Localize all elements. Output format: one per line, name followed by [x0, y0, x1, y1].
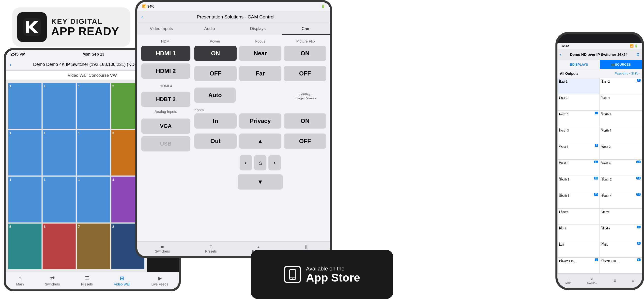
output-cell-17[interactable]: 17 Ladie's [558, 208, 600, 225]
bottom-nav-switchers[interactable]: ⇄ Switchers [45, 275, 60, 286]
tab-cam[interactable]: Cam [282, 23, 330, 35]
bottom-nav-livefeeds[interactable]: ▶ Live Feeds [151, 275, 168, 286]
app-store-badge[interactable]: Available on the App Store [251, 250, 393, 299]
vw-cell-6[interactable]: 1 [42, 130, 76, 176]
output-cell-14[interactable]: 14 14 South 2 [600, 176, 642, 192]
t2-nav-presets[interactable]: ☰ Presets [205, 245, 217, 253]
output-cell-9[interactable]: 9 9 West 3 [558, 143, 600, 159]
tab-displays[interactable]: 🖥 DISPLAYS [558, 60, 600, 69]
vw-cell-11[interactable]: 1 [77, 176, 110, 222]
cell-badge: 9 [595, 144, 598, 147]
dpad-down-button[interactable]: ▼ [238, 174, 283, 190]
hdbt2-button[interactable]: HDBT 2 [141, 92, 190, 107]
vw-cell-15[interactable]: 7 [77, 224, 110, 270]
output-cell-21[interactable]: 21 Left [558, 241, 600, 257]
tab-sources[interactable]: 📺 SOURCES [600, 60, 642, 69]
output-cell-5[interactable]: 5 6 North 1 [558, 111, 600, 127]
phone-nav-presets[interactable]: ☰ [614, 279, 616, 283]
output-cell-2[interactable]: 2 2 East 2 [600, 78, 642, 94]
back-button[interactable]: ‹ [10, 62, 11, 68]
zoom-out-button[interactable]: Out [194, 134, 237, 149]
output-cell-23[interactable]: 23 7 Private Din... [558, 258, 600, 274]
output-cell-19[interactable]: 19 Right [558, 225, 600, 241]
vw-cell-10[interactable]: 1 [42, 176, 76, 222]
vw-cell-1[interactable]: 1 [8, 83, 42, 129]
hdmi1-button[interactable]: HDMI 1 [141, 46, 190, 61]
bottom-nav-videowall[interactable]: ⊞ Video Wall [114, 275, 130, 286]
output-cell-6[interactable]: 6 North 2 [600, 111, 642, 127]
phone-nav-main[interactable]: ⌂ Main [565, 278, 571, 284]
output-cell-15[interactable]: 15 15 South 3 [558, 192, 600, 208]
cam-row-off: OFF Far OFF [194, 66, 326, 84]
cell-num: 5 [559, 112, 560, 114]
output-cell-10[interactable]: 10 West 2 [600, 143, 642, 159]
output-cell-20[interactable]: 20 4 Middle [600, 225, 642, 241]
phone-settings-icon[interactable]: ⚙ [636, 52, 640, 57]
phone-time: 12:42 [561, 44, 569, 48]
output-cell-3[interactable]: 3 East 3 [558, 94, 600, 110]
vw-cell-5[interactable]: 1 [8, 130, 42, 176]
bottom-nav-main[interactable]: ⌂ Main [16, 275, 24, 286]
output-cell-8[interactable]: 8 North 4 [600, 127, 642, 143]
output-cell-24[interactable]: 24 6 Private Din... [600, 258, 642, 274]
output-cell-22[interactable]: 22 6 Patio [600, 241, 642, 257]
phone-status-bar: 12:42 📶 🔋 [558, 43, 642, 49]
focus-near-button[interactable]: Near [239, 46, 282, 61]
video-inputs-section: HDMI HDMI 1 HDMI 2 HDMI 4 HDBT 2 Analog … [141, 39, 190, 238]
focus-far-button[interactable]: Far [239, 66, 282, 81]
zoom-label: Zoom [194, 108, 326, 112]
vw-cell-9[interactable]: 1 [8, 176, 42, 222]
power-on-button[interactable]: ON [194, 46, 237, 61]
output-cell-11[interactable]: 11 11 West 3 [558, 160, 600, 176]
phone-nav-switch[interactable]: ⇄ Switch... [587, 278, 598, 284]
tab-audio[interactable]: Audio [186, 23, 234, 35]
cell-num: 10 [601, 144, 604, 147]
dpad-left-button[interactable]: ‹ [240, 155, 252, 170]
output-cell-18[interactable]: 18 Men's [600, 208, 642, 225]
sources-icon: 📺 [611, 63, 615, 66]
presets-label: Presets [81, 282, 92, 286]
tab-video-inputs[interactable]: Video Inputs [137, 23, 186, 35]
vw-cell-7[interactable]: 1 [77, 130, 110, 176]
flip-off-button[interactable]: OFF [284, 66, 326, 81]
output-cell-16[interactable]: 16 16 South 4 [600, 192, 642, 208]
hdmi2-button[interactable]: HDMI 2 [141, 64, 190, 79]
tablet2-tabs: Video Inputs Audio Displays Cam [137, 23, 330, 35]
cell-badge: 13 [594, 177, 598, 180]
lr-on-button[interactable]: ON [284, 113, 326, 128]
output-cell-13[interactable]: 13 13 South 1 [558, 176, 600, 192]
dpad-up-button[interactable]: ▲ [239, 134, 282, 149]
vw-cell-3[interactable]: 1 [77, 83, 110, 129]
zoom-in-button[interactable]: In [194, 113, 237, 128]
home-icon: ⌂ [18, 275, 22, 282]
phone-nav-grid[interactable]: ⊞ [632, 279, 634, 283]
output-cell-1[interactable]: 1 East 1 [558, 78, 600, 94]
output-cell-12[interactable]: 12 12 West 4 [600, 160, 642, 176]
usb-button[interactable]: USB [141, 136, 190, 152]
t2-detailed-icon: ≡ [257, 245, 259, 249]
vw-cell-2[interactable]: 1 [42, 83, 76, 129]
output-cell-7[interactable]: 7 North 3 [558, 127, 600, 143]
auto-button[interactable]: Auto [194, 88, 236, 103]
t2-presets-icon: ☰ [209, 245, 212, 249]
cell-num: 7 [559, 128, 560, 131]
flip-on-button[interactable]: ON [284, 46, 326, 61]
vga-button[interactable]: VGA [141, 118, 190, 134]
tab-displays[interactable]: Displays [234, 23, 282, 35]
power-off-button[interactable]: OFF [194, 66, 237, 81]
dpad-right-button[interactable]: › [268, 155, 281, 170]
lr-off-button[interactable]: OFF [284, 134, 326, 149]
output-cell-4[interactable]: 4 East 4 [600, 94, 642, 110]
dpad-home-button[interactable]: ⌂ [254, 155, 267, 170]
hdbt-section: HDBT 2 Analog Inputs VGA USB [141, 92, 190, 152]
phone-notch [558, 34, 642, 43]
vw-cell-13[interactable]: 5 [8, 224, 42, 270]
privacy-button[interactable]: Privacy [239, 113, 282, 128]
t2-nav-switchers[interactable]: ⇄ Switchers [155, 245, 170, 253]
bottom-nav-presets[interactable]: ☰ Presets [81, 275, 92, 286]
ph-presets-icon: ☰ [614, 279, 616, 282]
all-outputs-label: All Outputs [560, 72, 578, 76]
phone-output-grid: 1 East 1 2 2 East 2 3 East 3 4 East 4 5 … [558, 78, 642, 274]
t2-back-button[interactable]: ‹ [141, 14, 143, 20]
vw-cell-14[interactable]: 6 [42, 224, 76, 270]
